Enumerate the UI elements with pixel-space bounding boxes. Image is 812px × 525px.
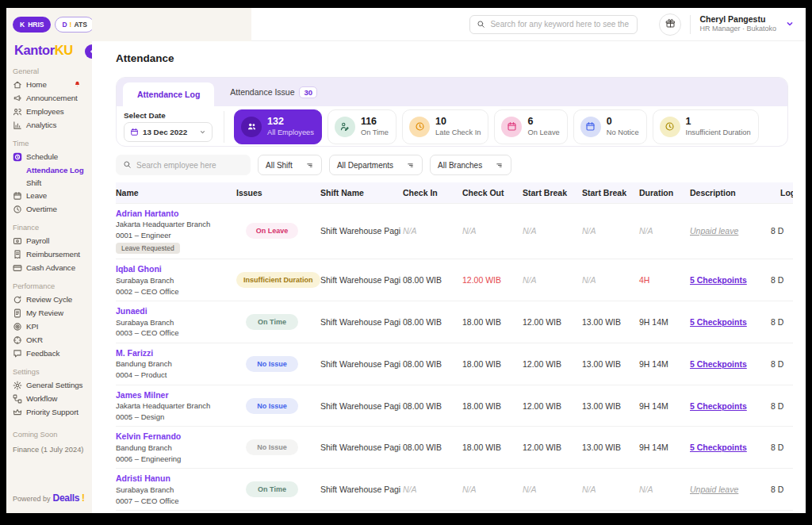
- sidebar-item-okr[interactable]: OKR: [6, 333, 92, 347]
- brand-strip: [92, 8, 251, 41]
- stat-label: On Time: [361, 128, 389, 138]
- employee-name-link[interactable]: M. Farizzi: [116, 348, 230, 358]
- checkpoints-link[interactable]: 5 Checkpoints: [690, 401, 747, 411]
- sidebar-item-my-review[interactable]: My Review: [6, 306, 92, 320]
- filter-dropdown-all-departments[interactable]: All Departments: [329, 155, 423, 175]
- sidebar-item-priority-support[interactable]: Priority Support: [6, 405, 92, 419]
- main-content: Attendance Attendance Log Attendance Iss…: [92, 41, 806, 513]
- filter-dropdown-all-branches[interactable]: All Branches: [430, 155, 511, 175]
- stat-value: 116: [361, 116, 389, 128]
- issue-badge: No Issue: [246, 398, 298, 414]
- stat-card-insufficient-duration[interactable]: 1Insufficient Duration: [653, 109, 759, 144]
- tab-attendance-log[interactable]: Attendance Log: [123, 82, 214, 106]
- issue-count-badge: 30: [299, 86, 317, 98]
- notification-bell-icon: [74, 81, 81, 88]
- payroll-icon: [13, 236, 22, 246]
- target-icon: [13, 322, 22, 331]
- sidebar-item-shift[interactable]: Shift: [6, 176, 92, 189]
- rewards-button[interactable]: [659, 13, 681, 36]
- sidebar-item-schedule[interactable]: Schedule: [6, 150, 92, 163]
- user-info[interactable]: Cheryl Pangestu HR Manager · Bukatoko: [699, 14, 776, 34]
- stat-label: All Employees: [267, 128, 314, 138]
- column-header-description-8: Description: [690, 182, 771, 203]
- employee-name-link[interactable]: Kelvin Fernando: [116, 431, 230, 441]
- employee-branch: Surabaya Branch: [116, 485, 230, 494]
- app-window: K HRIS D! ATS KantorKU GeneralHomeAnnoun…: [6, 8, 806, 513]
- employee-search[interactable]: [116, 155, 251, 175]
- sidebar-item-kpi[interactable]: KPI: [6, 320, 92, 333]
- sidebar-item-announcement[interactable]: Announcement: [6, 91, 92, 105]
- user-menu-button[interactable]: [785, 17, 795, 32]
- log-cell: 8 D: [771, 385, 793, 427]
- employee-name-link[interactable]: Adrian Hartanto: [116, 209, 230, 218]
- stat-card-on-leave[interactable]: 6On Leave: [494, 109, 567, 144]
- tab-attendance-issue[interactable]: Attendance Issue 30: [230, 78, 317, 106]
- stat-card-no-notice[interactable]: 0No Notice: [573, 109, 647, 144]
- filter-dropdown-all-shift[interactable]: All Shift: [258, 155, 322, 175]
- issue-badge: No Issue: [246, 439, 298, 455]
- employee-id-role: 0002 – CEO Office: [116, 287, 230, 296]
- sidebar-item-review-cycle[interactable]: Review Cycle: [6, 293, 92, 306]
- stat-value: 0: [607, 116, 639, 128]
- employee-name-link[interactable]: Iqbal Ghoni: [116, 264, 230, 274]
- users-icon: [13, 107, 22, 117]
- table-row: Iqbal GhoniSurabaya Branch0002 – CEO Off…: [116, 259, 793, 301]
- sidebar-item-payroll[interactable]: Payroll: [6, 234, 92, 247]
- sidebar-item-feedback[interactable]: Feedback: [6, 347, 92, 360]
- sidebar-item-attendance-log[interactable]: Attendance Log: [6, 163, 92, 176]
- sidebar-item-reimbursement[interactable]: Reimbursement: [6, 247, 92, 261]
- global-search-input[interactable]: [490, 20, 630, 29]
- product-switcher: K HRIS D! ATS: [6, 8, 92, 33]
- employee-search-input[interactable]: [136, 161, 243, 170]
- checkpoints-link[interactable]: 5 Checkpoints: [690, 317, 747, 327]
- hris-product-button[interactable]: K HRIS: [13, 17, 51, 33]
- log-cell: 8 D: [771, 510, 793, 513]
- user-role: HR Manager · Bukatoko: [699, 25, 776, 34]
- stat-card-all-employees[interactable]: 132All Employees: [234, 109, 322, 144]
- kantorku-logo: KantorKU: [6, 33, 92, 58]
- sidebar-item-home[interactable]: Home: [6, 78, 92, 91]
- filter-icon: [305, 161, 314, 170]
- attendance-panel: Attendance Log Attendance Issue 30 Selec…: [116, 77, 788, 147]
- sidebar-section-title: Settings: [6, 360, 92, 378]
- sidebar-item-workflow[interactable]: Workflow: [6, 392, 92, 405]
- okr-icon: [13, 335, 22, 345]
- leave-requested-tag: Leave Requested: [116, 243, 180, 254]
- sidebar: K HRIS D! ATS KantorKU GeneralHomeAnnoun…: [6, 8, 92, 513]
- calendar-icon: [130, 128, 139, 136]
- employee-name-link[interactable]: Junaedi: [116, 306, 230, 316]
- employee-name-link[interactable]: Adristi Hanun: [116, 473, 230, 483]
- log-cell: 8 D: [771, 469, 793, 511]
- employee-name-link[interactable]: James Milner: [116, 390, 230, 400]
- stat-card-late-check-in[interactable]: 10Late Check In: [402, 109, 488, 144]
- sidebar-section-title: Finance: [6, 216, 92, 234]
- receipt-icon: [13, 250, 22, 259]
- sidebar-item-employees[interactable]: Employees: [6, 105, 92, 118]
- global-search[interactable]: [469, 15, 638, 34]
- date-filter: Select Date 13 Dec 2022: [124, 111, 213, 142]
- sidebar-item-cash-advance[interactable]: Cash Advance: [6, 261, 92, 274]
- sidebar-item-analytics[interactable]: Analytics: [6, 118, 92, 132]
- issue-badge: No Issue: [246, 356, 298, 372]
- stat-label: Late Check In: [435, 128, 481, 138]
- checkpoints-link[interactable]: 5 Checkpoints: [690, 275, 747, 285]
- chevron-left-icon: [88, 44, 92, 59]
- checkpoints-link[interactable]: 5 Checkpoints: [690, 443, 747, 452]
- checkpoints-link[interactable]: 5 Checkpoints: [690, 359, 747, 369]
- workflow-icon: [13, 394, 22, 404]
- log-cell: 8 D: [771, 427, 793, 469]
- sidebar-item-general-settings[interactable]: General Settings: [6, 378, 92, 392]
- stat-card-on-time[interactable]: 116On Time: [327, 109, 396, 144]
- employee-branch: Surabaya Branch: [116, 276, 230, 285]
- search-icon: [123, 158, 132, 172]
- employee-id-role: 0004 – Product: [116, 370, 230, 379]
- sidebar-section-finance: FinancePayrollReimbursementCash Advance: [6, 216, 92, 274]
- sidebar-section-general: GeneralHomeAnnouncementEmployeesAnalytic…: [6, 59, 92, 132]
- date-picker[interactable]: 13 Dec 2022: [124, 122, 213, 142]
- employee-id-role: 0005 – Design: [116, 412, 230, 421]
- sidebar-item-leave[interactable]: Leave: [6, 189, 92, 202]
- issue-badge: Insufficient Duration: [236, 272, 320, 288]
- sidebar-item-overtime[interactable]: Overtime: [6, 202, 92, 216]
- ats-product-button[interactable]: D! ATS: [55, 17, 92, 33]
- table-row: JunaediSurabaya Branch0003 – CEO OfficeO…: [116, 301, 793, 343]
